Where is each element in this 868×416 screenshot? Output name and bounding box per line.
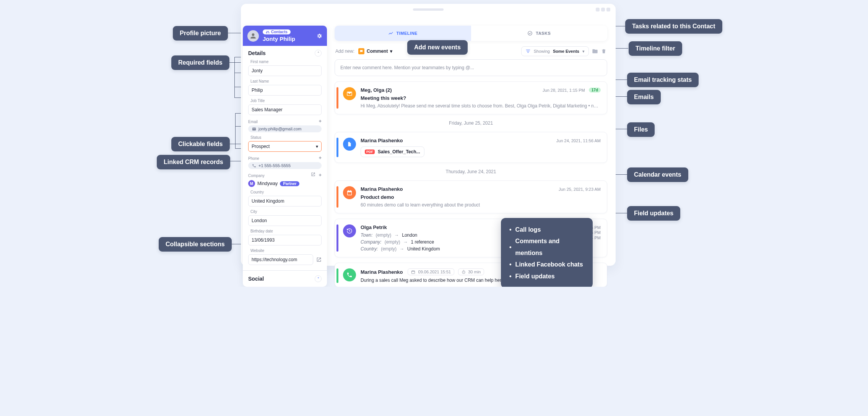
company-row[interactable]: M Mindyway Partner <box>248 180 322 187</box>
event-time: Jun 24, 2021, 11:56 AM <box>556 138 601 143</box>
event-subject: Product demo <box>361 194 601 200</box>
calendar-icon <box>343 186 356 199</box>
chevron-down-icon: ▾ <box>390 49 392 54</box>
event-snippet: Hi Meg, Absolutely! Please send me sever… <box>361 103 601 109</box>
birthday-label: Birthday date <box>248 229 322 233</box>
chevron-up-icon[interactable]: ˄ <box>315 50 322 57</box>
ann-tasks: Tasks related to this Contact <box>625 19 722 34</box>
phone-label: Phone <box>248 156 259 161</box>
contact-name: Jonty Philip <box>263 36 295 42</box>
company-avatar: M <box>248 180 255 187</box>
svg-rect-1 <box>411 271 414 273</box>
svg-point-0 <box>528 31 532 36</box>
comment-input[interactable]: Enter new comment here. Mention your tea… <box>335 59 607 76</box>
country-label: Country <box>248 190 322 194</box>
ann-required-fields: Required fields <box>171 55 229 70</box>
add-new-label: Add new: <box>335 49 354 54</box>
timeline-event-email[interactable]: Meg, Olga (2) Jun 28, 2021, 1:15 PM 17d … <box>335 81 607 114</box>
event-time: Jun 28, 2021, 1:15 PM <box>543 88 585 93</box>
status-field[interactable]: Prospect ▾ <box>248 141 322 152</box>
add-company-icon[interactable]: + <box>319 172 322 178</box>
pdf-badge: PDF <box>365 150 375 154</box>
contact-header: Contacts Jonty Philip <box>243 26 327 46</box>
chevron-down-icon: ▾ <box>316 144 318 149</box>
field-changes: Town:(empty)→London Company:(empty)→1 re… <box>361 232 440 252</box>
first-name-label: First name <box>248 60 322 64</box>
email-chip[interactable]: jonty.philip@gmail.com <box>248 125 322 132</box>
open-link-icon[interactable] <box>311 172 315 178</box>
event-author: Marina Plashenko <box>361 269 403 275</box>
connector <box>614 96 627 97</box>
trash-icon[interactable] <box>601 48 606 54</box>
social-title: Social <box>248 276 264 282</box>
gear-icon[interactable] <box>316 33 322 39</box>
email-icon <box>343 87 356 100</box>
event-stripe <box>336 224 338 252</box>
last-name-field[interactable]: Philip <box>248 85 322 96</box>
event-author: Olga Petrik <box>361 224 387 230</box>
ann-calendar: Calendar events <box>627 167 688 182</box>
event-stripe <box>336 138 338 157</box>
avatar[interactable] <box>247 30 259 42</box>
connector <box>234 57 235 98</box>
event-author: Marina Plashenko <box>361 186 403 192</box>
history-icon <box>343 224 356 237</box>
email-label: Email <box>248 120 258 124</box>
status-label: Status <box>248 135 322 140</box>
filter-icon <box>525 49 531 54</box>
website-field[interactable]: https://technology.com <box>248 254 313 265</box>
city-field[interactable]: London <box>248 215 322 226</box>
company-tag: Partner <box>280 181 299 186</box>
call-duration: 30 min <box>458 268 484 275</box>
first-name-field[interactable]: Jonty <box>248 65 322 76</box>
social-section-head[interactable]: Social ˅ <box>243 270 327 287</box>
event-stripe <box>336 268 338 283</box>
phone-icon <box>343 268 356 281</box>
tab-tasks[interactable]: TASKS <box>471 26 608 41</box>
ann-emails: Emails <box>627 90 661 104</box>
job-title-field[interactable]: Sales Manager <box>248 104 322 115</box>
details-title: Details <box>248 50 266 56</box>
timeline-filter[interactable]: Showing Some Events ▾ <box>521 46 589 56</box>
comment-icon <box>358 48 364 54</box>
country-field[interactable]: United Kingdom <box>248 196 322 206</box>
event-time: Jun 25, 2021, 9:23 AM <box>559 187 601 192</box>
ann-etrack: Email tracking stats <box>627 73 699 87</box>
tracking-badge: 17d <box>589 88 601 93</box>
file-attachment[interactable]: PDF Sales_Offer_Tech... <box>361 146 424 157</box>
timeline-event-calendar[interactable]: Marina Plashenko Jun 25, 2021, 9:23 AM P… <box>335 180 607 213</box>
website-label: Website <box>248 249 322 253</box>
event-author: Marina Plashenko <box>361 138 403 143</box>
tab-timeline[interactable]: TIMELINE <box>335 26 471 41</box>
add-email-icon[interactable]: + <box>319 118 322 124</box>
header-info: Contacts Jonty Philip <box>263 29 295 42</box>
ann-profile-picture: Profile picture <box>173 26 228 41</box>
toolbar: Add new: Comment ▾ Showing Some Events ▾ <box>335 46 606 56</box>
file-icon <box>343 138 356 151</box>
folder-icon[interactable] <box>592 48 598 54</box>
contact-card: Contacts Jonty Philip Details ˄ First na… <box>243 26 327 287</box>
details-fields: First name Jonty Last Name Philip Job Ti… <box>243 58 327 270</box>
contacts-pill[interactable]: Contacts <box>263 29 291 34</box>
open-link-icon[interactable] <box>316 257 322 262</box>
birthday-field[interactable]: 13/06/1993 <box>248 235 322 245</box>
job-title-label: Job Title <box>248 99 322 103</box>
chevron-down-icon[interactable]: ˅ <box>315 275 322 282</box>
add-new-picker[interactable]: Comment ▾ <box>358 48 392 54</box>
connector <box>614 213 627 213</box>
ann-filter: Timeline filter <box>629 41 682 56</box>
ann-files: Files <box>627 122 655 137</box>
connector <box>614 129 627 129</box>
add-phone-icon[interactable]: + <box>319 155 322 161</box>
ann-clickable-fields: Clickable fields <box>171 137 230 151</box>
connector <box>614 174 627 175</box>
contacts-pill-label: Contacts <box>271 30 288 34</box>
event-author: Meg, Olga (2) <box>361 87 392 93</box>
event-stripe <box>336 87 338 109</box>
date-separator: Friday, June 25, 2021 <box>335 120 607 127</box>
details-section-head[interactable]: Details ˄ <box>243 46 327 58</box>
tabs: TIMELINE TASKS <box>335 26 607 41</box>
timeline-event-file[interactable]: Marina Plashenko Jun 24, 2021, 11:56 AM … <box>335 132 607 163</box>
phone-chip[interactable]: +1 555-555-5555 <box>248 162 322 169</box>
last-name-label: Last Name <box>248 79 322 83</box>
